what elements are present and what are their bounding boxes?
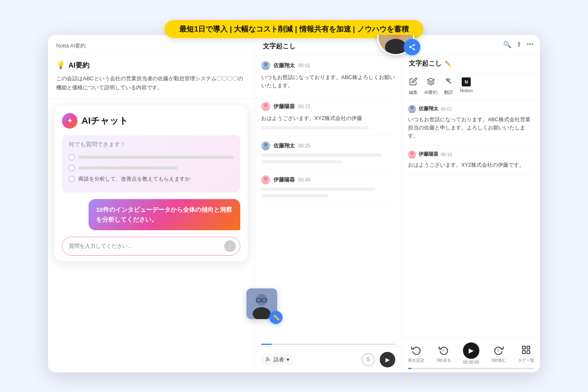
right-message-2: 伊藤陽葵 00:15 おはようございます。XYZ株式会社の伊藤です。 (408, 145, 534, 174)
message-block-4: 伊藤陽葵 00:40 (261, 170, 395, 204)
right-message-text-2: おはようございます。XYZ株式会社の伊藤です。 (408, 161, 534, 169)
progress-bar-fill (408, 368, 412, 369)
msg4-line1 (261, 188, 375, 191)
speed-button[interactable]: 5 (362, 353, 375, 366)
ai-summary-title: 💡 AI要約 (56, 61, 246, 70)
footer-controls: 5 ▶ (362, 352, 395, 367)
play-main-btn[interactable]: ▶ 00:00:00 (463, 342, 479, 365)
right-panel: 🔍 ⬆ ••• 文字起こし ✏️ 編集 (402, 35, 540, 372)
speed-label: 5 (367, 357, 370, 363)
export-icon[interactable]: ⬆ (516, 41, 522, 48)
right-title: 文字起こし ✏️ (402, 54, 540, 73)
svg-point-6 (413, 48, 415, 50)
msg3-line2 (261, 160, 342, 163)
toolbar-edit[interactable]: 編集 (409, 77, 418, 95)
question-dot-3 (68, 176, 75, 182)
svg-point-23 (267, 357, 269, 359)
ai-summary-text: この会話はABCという会社の営業担当者の佐藤が勤怠管理システム〇〇〇〇の機能と価… (56, 74, 246, 92)
transcript-header-text: 文字起こし (263, 43, 296, 50)
transcript-footer: 話者 ▾ 5 ▶ (255, 347, 402, 372)
toolbar-notion[interactable]: N Notion (460, 77, 473, 95)
message-text-1: いつもお世話になっております。ABC株よろしくお願いいたします。 (261, 73, 395, 91)
question-item-3[interactable]: 商談を分析して、改善点を教えてもらえますか (68, 175, 234, 183)
speaker-name-2: 伊藤陽葵 (273, 103, 295, 110)
title-edit-icon[interactable]: ✏️ (445, 61, 451, 67)
svg-rect-30 (522, 346, 525, 349)
message-block-2: 伊藤陽葵 00:15 おはようございます。XYZ株式会社の伊藤 (261, 96, 395, 136)
toolbar-ai-label: AI要約 (424, 89, 438, 95)
ai-summary-section: 💡 AI要約 この会話はABCという会社の営業担当者の佐藤が勤怠管理システム〇〇… (48, 54, 254, 99)
svg-rect-31 (527, 346, 530, 349)
right-speaker-name-2: 伊藤陽葵 (419, 151, 438, 158)
right-speaker-time-1: 00:01 (441, 106, 452, 111)
svg-point-24 (410, 106, 414, 109)
forward3-label: 3秒進む (491, 358, 506, 363)
more-icon[interactable]: ••• (526, 41, 533, 48)
svg-line-7 (411, 48, 413, 49)
question-placeholder: 何でも質問できます！ (68, 141, 234, 148)
speaker-row-3: 佐藤翔太 00:25 (261, 141, 395, 150)
speaker-row-1: 佐藤翔太 00:01 (261, 61, 395, 70)
svg-point-10 (262, 66, 269, 70)
right-toolbar: 編集 AI要約 翻訳 N Notion (402, 73, 540, 100)
toolbar-edit-label: 編集 (409, 89, 418, 95)
msg4-line2 (261, 194, 328, 197)
forward3-icon: 3 (492, 343, 505, 356)
svg-point-25 (409, 110, 415, 113)
chat-input[interactable] (69, 243, 221, 249)
chat-input-row[interactable]: ↑ (62, 237, 240, 256)
message-block-1: 佐藤翔太 00:01 いつもお世話になっております。ABC株よろしくお願いいたし… (261, 55, 395, 97)
ai-chat-card-wrapper: ✦ AIチャット 何でも質問できます！ (48, 99, 254, 372)
svg-text:3: 3 (442, 349, 444, 352)
speaker-avatar-3 (261, 141, 270, 150)
back3-label: 3秒戻る (436, 358, 451, 363)
tags-btn[interactable]: タグ一覧 (518, 343, 534, 363)
send-button[interactable]: ↑ (224, 240, 236, 252)
banner-text: 最短1日で導入 | 大幅なコスト削減 | 情報共有を加速 | ノウハウを蓄積 (179, 25, 408, 33)
speaker-time-2: 00:15 (298, 104, 310, 109)
speaker-row-4: 伊藤陽葵 00:40 (261, 175, 395, 184)
progress-bar[interactable] (408, 368, 534, 369)
notta-header-text: Notta AI要約 (56, 43, 86, 49)
share-bubble[interactable] (404, 39, 420, 55)
playback-row: 再生設定 3 3秒戻る ▶ 00:00:00 3 (408, 342, 534, 365)
right-messages: 佐藤翔太 00:01 いつもお世話になっております。ABC株式会社営業担当の佐藤… (402, 100, 540, 337)
speaker-time-4: 00:40 (298, 177, 310, 183)
svg-text:3: 3 (497, 349, 499, 352)
svg-point-2 (385, 39, 406, 55)
time-display: 00:00:00 (463, 360, 479, 365)
speaker-time-3: 00:25 (298, 143, 310, 149)
back3-btn[interactable]: 3 3秒戻る (436, 343, 451, 363)
ai-summary-icon (427, 77, 435, 88)
question-area: 何でも質問できます！ 商談を分析して、改善点を教 (62, 135, 240, 193)
forward3-btn[interactable]: 3 3秒進む (491, 343, 506, 363)
svg-point-18 (256, 294, 267, 306)
message-text-2: おはようございます。XYZ株式会社の伊藤 (261, 114, 395, 123)
question-text-3: 商談を分析して、改善点を教えてもらえますか (78, 175, 190, 183)
search-icon[interactable]: 🔍 (503, 41, 511, 48)
speaker-avatar-1 (261, 61, 270, 70)
svg-line-8 (411, 45, 413, 46)
speaker-avatar-4 (261, 175, 270, 184)
speaker-filter[interactable]: 話者 ▾ (261, 353, 294, 366)
ai-chat-title-row: ✦ AIチャット (62, 113, 240, 129)
tags-label: タグ一覧 (518, 358, 534, 363)
right-header: 🔍 ⬆ ••• (402, 35, 540, 54)
svg-point-16 (262, 181, 269, 184)
translate-icon (444, 77, 453, 88)
right-message-1: 佐藤翔太 00:01 いつもお世話になっております。ABC株式会社営業担当の佐藤… (408, 100, 534, 145)
rewind-settings-btn[interactable]: 再生設定 (408, 343, 424, 363)
question-line-1 (78, 156, 234, 159)
toolbar-ai-summary[interactable]: AI要約 (424, 77, 438, 95)
right-avatar-2 (408, 150, 416, 159)
edit-bubble[interactable]: ✏️ (269, 311, 283, 324)
svg-rect-32 (522, 351, 525, 353)
toolbar-translate-label: 翻訳 (444, 89, 453, 95)
right-header-icons: 🔍 ⬆ ••• (503, 41, 533, 48)
svg-point-15 (264, 177, 268, 181)
play-button-footer[interactable]: ▶ (380, 352, 395, 367)
message-block-3: 佐藤翔太 00:25 (261, 136, 395, 170)
play-main-icon: ▶ (463, 342, 479, 359)
bulb-icon: 💡 (56, 61, 65, 70)
toolbar-translate[interactable]: 翻訳 (444, 77, 453, 95)
